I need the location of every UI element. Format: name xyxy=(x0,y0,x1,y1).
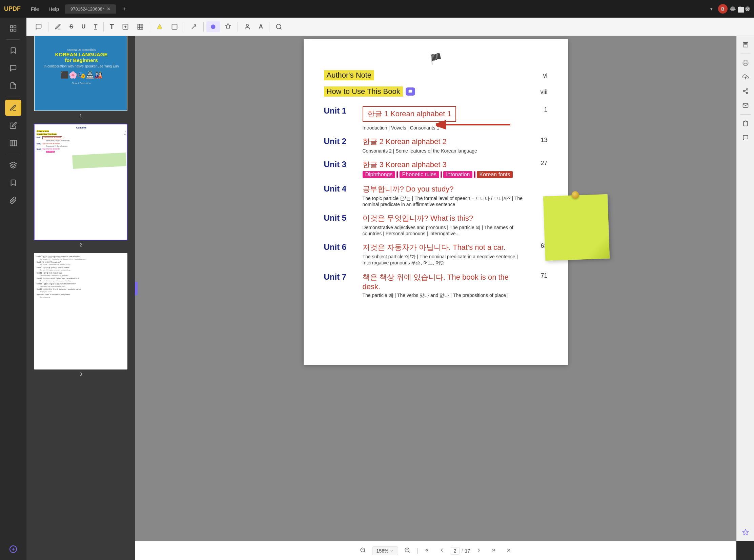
rt-ai-button[interactable] xyxy=(739,526,752,538)
zoom-out-button[interactable] xyxy=(356,545,369,557)
unit-4-label: Unit 4 xyxy=(324,184,354,194)
thumbnail-page-3[interactable]: Unit 8 생일이 몇 월 며칠이에요? When is your birth… xyxy=(30,253,131,377)
tab-title: 9781624120688* xyxy=(70,6,104,12)
svg-rect-16 xyxy=(172,24,177,29)
toolbar-separator-1 xyxy=(48,22,48,32)
bottom-separator-1: | xyxy=(416,547,418,554)
unit-3-content: 한글 3 Korean alphabet 3 Diphthongs | Phon… xyxy=(363,160,526,178)
shape-tool-button[interactable] xyxy=(168,21,181,32)
sidebar-item-layers[interactable] xyxy=(5,157,21,173)
document-tab[interactable]: 9781624120688* ✕ xyxy=(65,4,116,14)
svg-rect-31 xyxy=(745,121,747,122)
sidebar-item-bookmark2[interactable] xyxy=(5,175,21,191)
rt-print-button[interactable] xyxy=(739,57,752,69)
user-avatar[interactable]: B xyxy=(718,4,728,14)
window-maximize-button[interactable]: ⬜ xyxy=(738,6,742,11)
rt-share-button[interactable] xyxy=(739,85,752,97)
prev-page-button[interactable] xyxy=(436,545,448,556)
sidebar-item-attachment[interactable] xyxy=(5,192,21,208)
unit-3-title: 한글 3 Korean alphabet 3 xyxy=(363,160,526,170)
red-arrow-icon xyxy=(436,118,514,132)
sidebar-item-comments[interactable] xyxy=(5,60,21,76)
sidebar-item-highlight[interactable] xyxy=(5,100,21,116)
svg-point-28 xyxy=(746,92,748,94)
svg-line-29 xyxy=(745,92,746,93)
svg-marker-32 xyxy=(742,529,748,535)
next-page-button[interactable] xyxy=(473,545,485,556)
unit-7-label: Unit 7 xyxy=(324,272,354,282)
strikethrough-tool-button[interactable]: S xyxy=(66,21,77,32)
sidebar-separator-2 xyxy=(6,97,20,97)
unit-6-row: Unit 6 저것은 자동차가 아닙니다. That's not a car. … xyxy=(324,242,548,266)
sidebar-item-organize[interactable] xyxy=(5,135,21,151)
unit-5-row: Unit 5 이것은 무엇입니까? What is this? Demonstr… xyxy=(324,213,548,236)
sidebar-item-thumbnails[interactable] xyxy=(5,20,21,37)
sticky-note[interactable] xyxy=(543,194,610,261)
zoom-percentage: 156% xyxy=(376,548,389,554)
rt-upload-button[interactable] xyxy=(739,71,752,83)
unit-2-row: Unit 2 한글 2 Korean alphabet 2 Consonants… xyxy=(324,137,548,154)
comment-tool-button[interactable] xyxy=(32,21,45,32)
text-tool-button[interactable]: T xyxy=(106,21,117,33)
unit-3-sep2: | xyxy=(441,171,442,178)
file-menu[interactable]: File xyxy=(27,5,42,13)
svg-line-17 xyxy=(192,25,196,29)
window-minimize-button[interactable]: — xyxy=(730,6,735,11)
first-page-button[interactable] xyxy=(421,545,433,556)
rt-ocr-button[interactable] xyxy=(739,39,752,51)
authors-note-label: Author's Note xyxy=(324,70,374,80)
sidebar-item-pages[interactable] xyxy=(5,78,21,94)
window-close-button[interactable]: ✕ xyxy=(745,6,750,11)
svg-line-30 xyxy=(745,90,746,91)
tab-close-button[interactable]: ✕ xyxy=(107,6,110,12)
text-box-tool-button[interactable] xyxy=(119,21,132,32)
thumbnail-page-1[interactable]: Andrea De Benedittis KOREAN LANGUAGE for… xyxy=(30,22,131,118)
authors-note-row: Author's Note vi xyxy=(324,70,548,80)
last-page-button[interactable] xyxy=(488,545,500,556)
svg-rect-10 xyxy=(138,24,143,29)
unit-2-title: 한글 2 Korean alphabet 2 xyxy=(363,137,526,147)
rt-clipboard-button[interactable] xyxy=(739,117,752,129)
pen-tool-button[interactable] xyxy=(51,21,65,32)
unit-7-subtitle: The particle 에 | The verbs 있다 and 없다 | T… xyxy=(363,293,526,299)
chevron-down-icon[interactable]: ▾ xyxy=(710,6,713,12)
table-tool-button[interactable] xyxy=(134,21,147,32)
rt-email-button[interactable] xyxy=(739,99,752,112)
help-menu[interactable]: Help xyxy=(45,5,62,13)
close-bottom-bar-button[interactable] xyxy=(503,545,515,556)
unit-2-page-num: 13 xyxy=(534,137,548,144)
sidebar-item-ai[interactable] xyxy=(5,541,21,557)
color-tool-button[interactable]: A xyxy=(256,21,266,32)
zoom-in-button[interactable] xyxy=(401,545,414,557)
unit-4-content: 공부합니까? Do you study? The topic particle … xyxy=(363,184,526,207)
underline-tool-button[interactable]: U xyxy=(78,21,89,32)
wavy-underline-tool-button[interactable]: T̲ xyxy=(90,21,101,32)
sidebar-item-bookmarks[interactable] xyxy=(5,42,21,59)
stamp-tool-button[interactable] xyxy=(221,21,235,32)
user-tool-button[interactable] xyxy=(241,21,254,32)
thumbnail-page-2[interactable]: Contents Author's Note vi How to Use Thi… xyxy=(30,124,131,247)
comment-bubble-icon[interactable] xyxy=(406,87,415,96)
current-page-number[interactable]: 2 xyxy=(451,547,460,555)
new-tab-button[interactable]: ＋ xyxy=(119,4,131,14)
unit-4-row: Unit 4 공부합니까? Do you study? The topic pa… xyxy=(324,184,548,207)
rt-comment-button[interactable] xyxy=(739,132,752,144)
left-sidebar xyxy=(0,18,26,560)
right-toolbar xyxy=(736,36,754,541)
toolbar-separator-7 xyxy=(269,22,269,32)
circle-tool-button[interactable] xyxy=(206,21,220,32)
search-tool-button[interactable] xyxy=(272,21,286,32)
unit-7-content: 책은 책상 위에 있습니다. The book is on the desk. … xyxy=(363,272,526,299)
svg-line-37 xyxy=(409,551,410,552)
svg-rect-4 xyxy=(10,140,12,146)
sidebar-item-edit[interactable] xyxy=(5,117,21,134)
how-to-label: How to Use This Book xyxy=(324,86,403,97)
arrow-tool-button[interactable] xyxy=(187,21,201,32)
zoom-level-display[interactable]: 156% xyxy=(372,546,399,555)
svg-rect-2 xyxy=(11,29,13,31)
cover-publisher: Seoul Selection xyxy=(72,82,91,85)
toolbar-separator-3 xyxy=(150,22,150,32)
svg-rect-3 xyxy=(14,29,16,31)
svg-point-27 xyxy=(743,91,745,92)
highlight-tool-button[interactable] xyxy=(153,21,166,32)
